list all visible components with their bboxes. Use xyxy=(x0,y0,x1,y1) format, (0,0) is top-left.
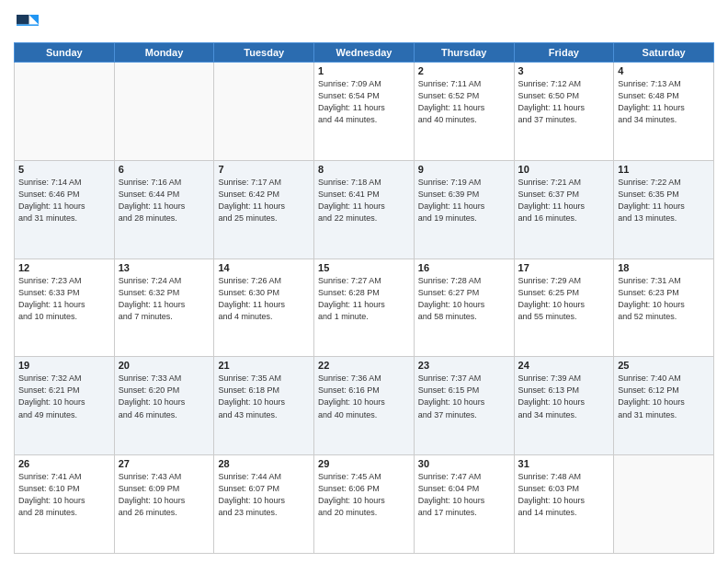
calendar-day-1: 1Sunrise: 7:09 AM Sunset: 6:54 PM Daylig… xyxy=(314,63,415,161)
day-number: 31 xyxy=(518,458,610,469)
day-number: 9 xyxy=(418,164,510,175)
day-info: Sunrise: 7:39 AM Sunset: 6:13 PM Dayligh… xyxy=(518,373,610,420)
day-info: Sunrise: 7:28 AM Sunset: 6:27 PM Dayligh… xyxy=(418,275,510,323)
day-number: 11 xyxy=(618,164,710,175)
day-number: 21 xyxy=(218,360,310,371)
calendar-week-row: 5Sunrise: 7:14 AM Sunset: 6:46 PM Daylig… xyxy=(15,160,714,259)
calendar-day-29: 29Sunrise: 7:45 AM Sunset: 6:06 PM Dayli… xyxy=(314,455,415,554)
day-number: 29 xyxy=(318,458,410,469)
calendar-empty-cell xyxy=(114,63,214,161)
day-info: Sunrise: 7:36 AM Sunset: 6:16 PM Dayligh… xyxy=(318,373,410,420)
day-number: 15 xyxy=(318,262,410,273)
calendar-day-23: 23Sunrise: 7:37 AM Sunset: 6:15 PM Dayli… xyxy=(414,357,514,455)
day-header-monday: Monday xyxy=(114,43,214,63)
calendar-day-21: 21Sunrise: 7:35 AM Sunset: 6:18 PM Dayli… xyxy=(214,357,314,455)
day-number: 6 xyxy=(119,164,210,175)
day-info: Sunrise: 7:48 AM Sunset: 6:03 PM Dayligh… xyxy=(518,471,610,519)
calendar-day-9: 9Sunrise: 7:19 AM Sunset: 6:39 PM Daylig… xyxy=(414,160,514,259)
day-number: 1 xyxy=(318,65,410,76)
day-number: 5 xyxy=(18,164,110,175)
calendar: SundayMondayTuesdayWednesdayThursdayFrid… xyxy=(14,42,714,554)
calendar-day-3: 3Sunrise: 7:12 AM Sunset: 6:50 PM Daylig… xyxy=(514,63,614,161)
day-info: Sunrise: 7:12 AM Sunset: 6:50 PM Dayligh… xyxy=(518,78,610,126)
day-number: 13 xyxy=(119,262,210,273)
calendar-day-30: 30Sunrise: 7:47 AM Sunset: 6:04 PM Dayli… xyxy=(414,455,514,554)
calendar-day-7: 7Sunrise: 7:17 AM Sunset: 6:42 PM Daylig… xyxy=(214,160,314,259)
day-number: 25 xyxy=(618,360,710,371)
day-number: 23 xyxy=(418,360,510,371)
day-number: 24 xyxy=(518,360,610,371)
day-info: Sunrise: 7:23 AM Sunset: 6:33 PM Dayligh… xyxy=(18,275,110,323)
day-info: Sunrise: 7:31 AM Sunset: 6:23 PM Dayligh… xyxy=(618,275,710,323)
day-number: 3 xyxy=(518,65,610,76)
day-header-wednesday: Wednesday xyxy=(314,43,415,63)
page: SundayMondayTuesdayWednesdayThursdayFrid… xyxy=(0,0,728,563)
day-info: Sunrise: 7:26 AM Sunset: 6:30 PM Dayligh… xyxy=(218,275,310,323)
day-number: 10 xyxy=(518,164,610,175)
day-info: Sunrise: 7:24 AM Sunset: 6:32 PM Dayligh… xyxy=(119,275,210,323)
calendar-day-13: 13Sunrise: 7:24 AM Sunset: 6:32 PM Dayli… xyxy=(114,259,214,357)
day-info: Sunrise: 7:16 AM Sunset: 6:44 PM Dayligh… xyxy=(119,177,210,224)
day-number: 16 xyxy=(418,262,510,273)
day-info: Sunrise: 7:19 AM Sunset: 6:39 PM Dayligh… xyxy=(418,177,510,224)
day-info: Sunrise: 7:32 AM Sunset: 6:21 PM Dayligh… xyxy=(18,373,110,420)
day-number: 18 xyxy=(618,262,710,273)
day-info: Sunrise: 7:22 AM Sunset: 6:35 PM Dayligh… xyxy=(618,177,710,224)
day-info: Sunrise: 7:21 AM Sunset: 6:37 PM Dayligh… xyxy=(518,177,610,224)
day-info: Sunrise: 7:47 AM Sunset: 6:04 PM Dayligh… xyxy=(418,471,510,519)
day-info: Sunrise: 7:14 AM Sunset: 6:46 PM Dayligh… xyxy=(18,177,110,224)
calendar-day-15: 15Sunrise: 7:27 AM Sunset: 6:28 PM Dayli… xyxy=(314,259,415,357)
calendar-day-17: 17Sunrise: 7:29 AM Sunset: 6:25 PM Dayli… xyxy=(514,259,614,357)
calendar-week-row: 12Sunrise: 7:23 AM Sunset: 6:33 PM Dayli… xyxy=(15,259,714,357)
day-number: 27 xyxy=(119,458,210,469)
day-number: 2 xyxy=(418,65,510,76)
svg-rect-2 xyxy=(17,25,39,27)
day-info: Sunrise: 7:33 AM Sunset: 6:20 PM Dayligh… xyxy=(119,373,210,420)
calendar-day-20: 20Sunrise: 7:33 AM Sunset: 6:20 PM Dayli… xyxy=(114,357,214,455)
calendar-day-12: 12Sunrise: 7:23 AM Sunset: 6:33 PM Dayli… xyxy=(15,259,115,357)
day-number: 14 xyxy=(218,262,310,273)
logo xyxy=(14,9,45,37)
day-info: Sunrise: 7:37 AM Sunset: 6:15 PM Dayligh… xyxy=(418,373,510,420)
calendar-header-row: SundayMondayTuesdayWednesdayThursdayFrid… xyxy=(15,43,714,63)
day-number: 22 xyxy=(318,360,410,371)
calendar-week-row: 19Sunrise: 7:32 AM Sunset: 6:21 PM Dayli… xyxy=(15,357,714,455)
calendar-day-10: 10Sunrise: 7:21 AM Sunset: 6:37 PM Dayli… xyxy=(514,160,614,259)
calendar-day-18: 18Sunrise: 7:31 AM Sunset: 6:23 PM Dayli… xyxy=(614,259,714,357)
calendar-empty-cell xyxy=(214,63,314,161)
day-info: Sunrise: 7:18 AM Sunset: 6:41 PM Dayligh… xyxy=(318,177,410,224)
day-info: Sunrise: 7:44 AM Sunset: 6:07 PM Dayligh… xyxy=(218,471,310,519)
svg-marker-0 xyxy=(29,15,40,25)
day-number: 7 xyxy=(218,164,310,175)
day-header-saturday: Saturday xyxy=(614,43,714,63)
day-number: 28 xyxy=(218,458,310,469)
calendar-day-5: 5Sunrise: 7:14 AM Sunset: 6:46 PM Daylig… xyxy=(15,160,115,259)
calendar-day-26: 26Sunrise: 7:41 AM Sunset: 6:10 PM Dayli… xyxy=(15,455,115,554)
calendar-empty-cell xyxy=(15,63,115,161)
day-number: 20 xyxy=(119,360,210,371)
calendar-empty-cell xyxy=(614,455,714,554)
day-header-sunday: Sunday xyxy=(15,43,115,63)
day-info: Sunrise: 7:45 AM Sunset: 6:06 PM Dayligh… xyxy=(318,471,410,519)
day-info: Sunrise: 7:29 AM Sunset: 6:25 PM Dayligh… xyxy=(518,275,610,323)
calendar-day-28: 28Sunrise: 7:44 AM Sunset: 6:07 PM Dayli… xyxy=(214,455,314,554)
day-header-thursday: Thursday xyxy=(414,43,514,63)
day-number: 17 xyxy=(518,262,610,273)
day-number: 19 xyxy=(18,360,110,371)
calendar-week-row: 1Sunrise: 7:09 AM Sunset: 6:54 PM Daylig… xyxy=(15,63,714,161)
day-number: 26 xyxy=(18,458,110,469)
header xyxy=(14,9,714,37)
day-info: Sunrise: 7:11 AM Sunset: 6:52 PM Dayligh… xyxy=(418,78,510,126)
day-info: Sunrise: 7:27 AM Sunset: 6:28 PM Dayligh… xyxy=(318,275,410,323)
day-info: Sunrise: 7:13 AM Sunset: 6:48 PM Dayligh… xyxy=(618,78,710,126)
calendar-day-25: 25Sunrise: 7:40 AM Sunset: 6:12 PM Dayli… xyxy=(614,357,714,455)
day-info: Sunrise: 7:09 AM Sunset: 6:54 PM Dayligh… xyxy=(318,78,410,126)
svg-rect-1 xyxy=(17,15,29,25)
calendar-day-2: 2Sunrise: 7:11 AM Sunset: 6:52 PM Daylig… xyxy=(414,63,514,161)
day-number: 4 xyxy=(618,65,710,76)
day-number: 12 xyxy=(18,262,110,273)
calendar-day-6: 6Sunrise: 7:16 AM Sunset: 6:44 PM Daylig… xyxy=(114,160,214,259)
day-info: Sunrise: 7:41 AM Sunset: 6:10 PM Dayligh… xyxy=(18,471,110,519)
day-number: 30 xyxy=(418,458,510,469)
day-header-friday: Friday xyxy=(514,43,614,63)
